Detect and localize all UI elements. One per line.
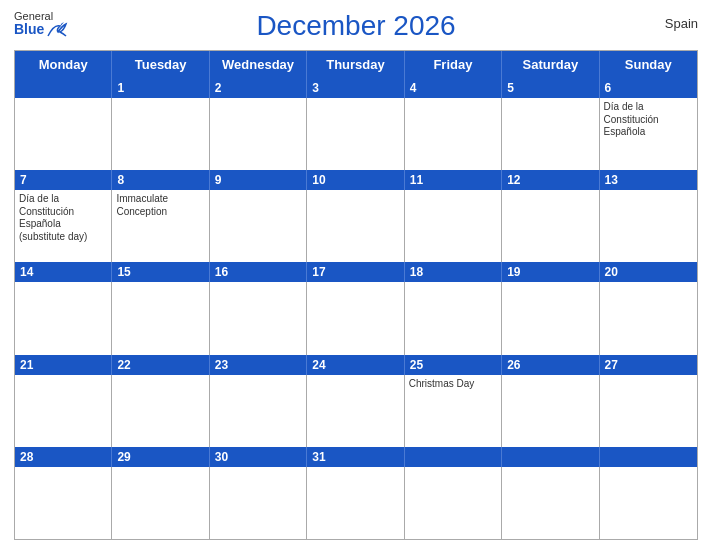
week-4-day-3-number: 23: [210, 355, 307, 375]
calendar-grid: Monday Tuesday Wednesday Thursday Friday…: [14, 50, 698, 540]
week-3-day-4-number: 17: [307, 262, 404, 282]
week-1-day-3-cell: [210, 98, 307, 170]
week-1-day-2-number: 1: [112, 78, 209, 98]
week-1-day-5-number: 4: [405, 78, 502, 98]
week-5-day-7-cell: [600, 467, 697, 539]
header-tuesday: Tuesday: [112, 51, 209, 78]
week-1-number-row: 123456: [15, 78, 697, 98]
week-3-day-1-number: 14: [15, 262, 112, 282]
cell-event-text: Christmas Day: [409, 378, 497, 391]
week-5-day-2-cell: [112, 467, 209, 539]
week-4-day-2-cell: [112, 375, 209, 447]
week-1-day-4-cell: [307, 98, 404, 170]
week-4-day-7-cell: [600, 375, 697, 447]
week-2-number-row: 78910111213: [15, 170, 697, 190]
week-2-day-7-number: 13: [600, 170, 697, 190]
week-1-day-2-cell: [112, 98, 209, 170]
week-2-day-2-cell: Immaculate Conception: [112, 190, 209, 262]
weeks-container: 123456Día de la Constitución Española789…: [15, 78, 697, 539]
week-3-day-6-number: 19: [502, 262, 599, 282]
week-5-day-5-cell: [405, 467, 502, 539]
week-3-day-4-cell: [307, 282, 404, 354]
logo-blue-text: Blue: [14, 22, 44, 37]
week-2-day-6-number: 12: [502, 170, 599, 190]
week-1-day-4-number: 3: [307, 78, 404, 98]
week-3-day-1-cell: [15, 282, 112, 354]
calendar-container: General Blue December 2026 Spain Monday …: [0, 0, 712, 550]
logo-bird-icon: [46, 22, 68, 38]
week-5-day-6-number: [502, 447, 599, 467]
week-5-day-4-number: 31: [307, 447, 404, 467]
header-friday: Friday: [405, 51, 502, 78]
country-label: Spain: [665, 16, 698, 31]
week-2-day-5-number: 11: [405, 170, 502, 190]
week-5-day-7-number: [600, 447, 697, 467]
week-4-day-4-cell: [307, 375, 404, 447]
week-3-day-3-number: 16: [210, 262, 307, 282]
day-headers-row: Monday Tuesday Wednesday Thursday Friday…: [15, 51, 697, 78]
week-2-day-4-cell: [307, 190, 404, 262]
week-3-day-2-number: 15: [112, 262, 209, 282]
week-2-day-2-number: 8: [112, 170, 209, 190]
week-2-day-1-number: 7: [15, 170, 112, 190]
week-1-day-1-number: [15, 78, 112, 98]
logo: General Blue: [14, 10, 68, 38]
week-4-content-row: Christmas Day: [15, 375, 697, 447]
header-sunday: Sunday: [600, 51, 697, 78]
week-4-day-3-cell: [210, 375, 307, 447]
week-3-day-3-cell: [210, 282, 307, 354]
week-3-day-5-number: 18: [405, 262, 502, 282]
week-3-content-row: [15, 282, 697, 354]
week-4-day-5-cell: Christmas Day: [405, 375, 502, 447]
header-wednesday: Wednesday: [210, 51, 307, 78]
week-2-day-3-number: 9: [210, 170, 307, 190]
week-3-day-7-cell: [600, 282, 697, 354]
week-4-day-6-cell: [502, 375, 599, 447]
week-5-day-2-number: 29: [112, 447, 209, 467]
week-1-day-6-cell: [502, 98, 599, 170]
week-2-day-7-cell: [600, 190, 697, 262]
week-2-day-1-cell: Día de la Constitución Española (substit…: [15, 190, 112, 262]
week-5-day-3-cell: [210, 467, 307, 539]
week-5-content-row: [15, 467, 697, 539]
week-5-day-1-cell: [15, 467, 112, 539]
week-5-day-1-number: 28: [15, 447, 112, 467]
logo-general-text: General: [14, 10, 68, 22]
calendar-header: General Blue December 2026 Spain: [14, 10, 698, 42]
header-thursday: Thursday: [307, 51, 404, 78]
week-2-day-4-number: 10: [307, 170, 404, 190]
week-3-day-5-cell: [405, 282, 502, 354]
week-1-day-1-cell: [15, 98, 112, 170]
week-3-day-6-cell: [502, 282, 599, 354]
week-2-content-row: Día de la Constitución Española (substit…: [15, 190, 697, 262]
week-3-day-7-number: 20: [600, 262, 697, 282]
cell-event-text: Día de la Constitución Española (substit…: [19, 193, 107, 243]
week-1-day-5-cell: [405, 98, 502, 170]
header-saturday: Saturday: [502, 51, 599, 78]
week-4-number-row: 21222324252627: [15, 355, 697, 375]
week-2-day-3-cell: [210, 190, 307, 262]
week-1-day-7-cell: Día de la Constitución Española: [600, 98, 697, 170]
week-2-day-6-cell: [502, 190, 599, 262]
week-3-number-row: 14151617181920: [15, 262, 697, 282]
week-4-day-1-number: 21: [15, 355, 112, 375]
week-4-day-1-cell: [15, 375, 112, 447]
month-title: December 2026: [256, 10, 455, 42]
week-5-day-3-number: 30: [210, 447, 307, 467]
week-5-number-row: 28293031: [15, 447, 697, 467]
week-4-day-4-number: 24: [307, 355, 404, 375]
week-1-day-7-number: 6: [600, 78, 697, 98]
week-5-day-5-number: [405, 447, 502, 467]
week-1-day-6-number: 5: [502, 78, 599, 98]
week-4-day-2-number: 22: [112, 355, 209, 375]
week-3-day-2-cell: [112, 282, 209, 354]
week-5-day-4-cell: [307, 467, 404, 539]
week-4-day-5-number: 25: [405, 355, 502, 375]
week-4-day-6-number: 26: [502, 355, 599, 375]
header-monday: Monday: [15, 51, 112, 78]
week-2-day-5-cell: [405, 190, 502, 262]
week-1-content-row: Día de la Constitución Española: [15, 98, 697, 170]
week-5-day-6-cell: [502, 467, 599, 539]
cell-event-text: Immaculate Conception: [116, 193, 204, 218]
week-1-day-3-number: 2: [210, 78, 307, 98]
